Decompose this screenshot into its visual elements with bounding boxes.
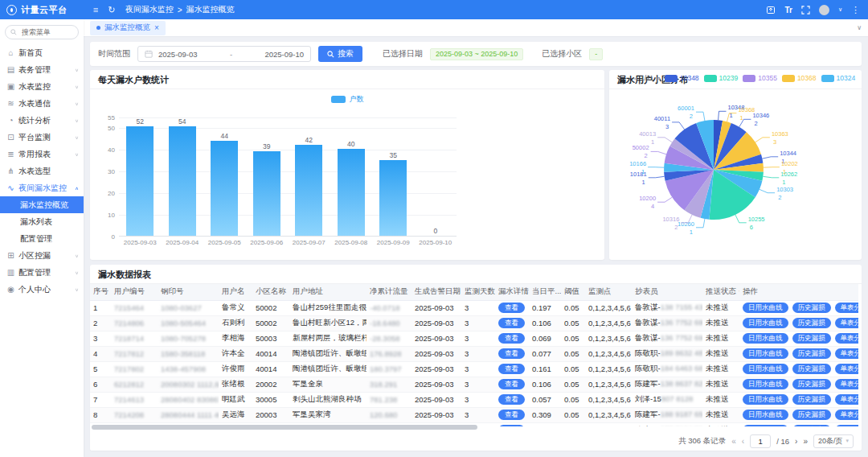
table-scroll-area[interactable]: 序号用户编号钢印号用户名小区名称用户地址净累计流量生成告警日期监测天数漏水详情当… <box>90 284 862 426</box>
view-detail-button[interactable]: 查看 <box>498 410 525 420</box>
daily-water-curve-button[interactable]: 日用水曲线 <box>743 364 788 374</box>
history-leak-button[interactable]: 历史漏损 <box>792 394 831 405</box>
history-leak-button[interactable]: 历史漏损 <box>792 410 831 420</box>
tab-close-icon[interactable]: × <box>154 24 159 32</box>
sidebar-item-统计分析[interactable]: ◔统计分析∨ <box>0 112 84 129</box>
sidebar-item-表务管理[interactable]: ▤表务管理∨ <box>0 61 84 78</box>
prev-page-button[interactable]: ‹ <box>742 437 744 446</box>
horizontal-scrollbar[interactable] <box>92 425 477 430</box>
single-meter-analysis-button[interactable]: 单表分析 <box>835 410 859 420</box>
first-page-button[interactable]: « <box>731 437 736 446</box>
view-detail-button[interactable]: 查看 <box>498 348 525 359</box>
menu-search-input[interactable] <box>20 27 68 37</box>
tab-leak-overview[interactable]: 漏水监控概览 × <box>90 21 166 35</box>
bar-2025-09-04[interactable] <box>169 126 196 236</box>
single-meter-analysis-button[interactable]: 单表分析 <box>835 379 859 389</box>
bar-2025-09-09[interactable] <box>379 160 407 236</box>
view-detail-button[interactable]: 查看 <box>498 364 525 374</box>
refresh-icon[interactable]: ↻ <box>108 6 115 14</box>
bar-slot[interactable]: 39 <box>246 117 289 236</box>
history-leak-button[interactable]: 历史漏损 <box>792 364 831 374</box>
font-size-icon[interactable]: Tr <box>784 6 792 14</box>
bar-2025-09-06[interactable] <box>253 151 280 236</box>
bar-slot[interactable]: 0 <box>415 117 457 236</box>
daily-water-curve-button[interactable]: 日用水曲线 <box>743 394 788 405</box>
operations-cell: 日用水曲线历史漏损单表分析 <box>739 361 858 377</box>
history-leak-button[interactable]: 历史漏损 <box>792 425 831 426</box>
view-detail-button[interactable]: 查看 <box>498 425 525 426</box>
bar-slot[interactable]: 44 <box>203 117 246 236</box>
daily-water-curve-button[interactable]: 日用水曲线 <box>743 348 788 359</box>
sidebar-item-平台监测[interactable]: ⊡平台监测∨ <box>0 129 84 146</box>
history-leak-button[interactable]: 历史漏损 <box>792 318 831 328</box>
search-button[interactable]: 搜索 <box>318 46 362 62</box>
export-icon[interactable] <box>766 5 776 14</box>
bar-slot[interactable]: 35 <box>372 117 415 236</box>
sidebar-search[interactable] <box>5 25 79 39</box>
selected-date-tag[interactable]: 2025-09-03 ~ 2025-09-10 <box>430 48 523 60</box>
meter-reader: 刘泽-15807 8128 <box>632 392 702 407</box>
collapse-menu-icon[interactable]: ≡ <box>93 6 98 14</box>
sidebar-subitem-配置管理[interactable]: 配置管理 <box>0 230 84 247</box>
sidebar-item-水表通信[interactable]: ≋水表通信∨ <box>0 95 84 112</box>
single-meter-analysis-button[interactable]: 单表分析 <box>835 364 859 374</box>
bar-slot[interactable]: 52 <box>119 117 162 236</box>
fullscreen-icon[interactable] <box>801 6 810 14</box>
view-detail-button[interactable]: 查看 <box>498 379 525 389</box>
single-meter-analysis-button[interactable]: 单表分析 <box>835 425 859 426</box>
history-leak-button[interactable]: 历史漏损 <box>792 333 831 344</box>
breadcrumb-parent[interactable]: 夜间漏水监控 <box>125 4 174 15</box>
view-detail-button[interactable]: 查看 <box>498 318 525 328</box>
selected-community-tag[interactable]: - <box>589 48 603 60</box>
history-leak-button[interactable]: 历史漏损 <box>792 348 831 359</box>
sidebar-item-新首页[interactable]: ⌂新首页 <box>0 44 84 61</box>
sidebar-item-水表监控[interactable]: ▣水表监控∨ <box>0 78 84 95</box>
next-page-button[interactable]: › <box>795 437 797 446</box>
sidebar-subitem-漏水监控概览[interactable]: 漏水监控概览 <box>0 196 84 213</box>
sidebar-subitem-漏水列表[interactable]: 漏水列表 <box>0 213 84 230</box>
chevron-down-icon[interactable]: ∨ <box>838 6 842 13</box>
bar-2025-09-08[interactable] <box>338 149 365 236</box>
breadcrumb-current[interactable]: 漏水监控概览 <box>186 4 234 15</box>
sidebar-item-水表选型[interactable]: ⋔水表选型 <box>0 163 84 179</box>
history-leak-button[interactable]: 历史漏损 <box>792 303 831 313</box>
filter-icon[interactable]: ▼ <box>738 289 739 294</box>
bar-2025-09-05[interactable] <box>211 141 238 236</box>
bar-slot[interactable]: 42 <box>288 117 330 236</box>
daily-water-curve-button[interactable]: 日用水曲线 <box>743 303 788 313</box>
daily-water-curve-button[interactable]: 日用水曲线 <box>743 425 788 426</box>
user-avatar[interactable] <box>819 5 829 15</box>
view-detail-button[interactable]: 查看 <box>498 394 525 405</box>
single-meter-analysis-button[interactable]: 单表分析 <box>835 303 859 313</box>
last-page-button[interactable]: » <box>803 437 808 446</box>
bar-chart-legend[interactable]: 户数 <box>90 94 604 105</box>
view-detail-button[interactable]: 查看 <box>498 333 525 344</box>
sidebar-item-个人中心[interactable]: ◉个人中心∨ <box>0 281 84 298</box>
page-size-select[interactable]: 20条/页 ▾ <box>813 434 854 448</box>
single-meter-analysis-button[interactable]: 单表分析 <box>835 394 859 405</box>
bar-slot[interactable]: 40 <box>330 117 373 236</box>
sidebar-item-label: 表务管理 <box>18 64 51 76</box>
current-page-input[interactable]: 1 <box>750 434 771 448</box>
daily-water-curve-button[interactable]: 日用水曲线 <box>743 379 788 389</box>
daily-water-curve-button[interactable]: 日用水曲线 <box>743 318 788 328</box>
sidebar-item-夜间漏水监控[interactable]: ∿夜间漏水监控∧ <box>0 179 84 196</box>
single-meter-analysis-button[interactable]: 单表分析 <box>835 348 859 359</box>
sidebar-item-配置管理[interactable]: ▥配置管理∨ <box>0 264 84 281</box>
sidebar-item-小区控漏[interactable]: ⊞小区控漏∨ <box>0 247 84 264</box>
daily-water-curve-button[interactable]: 日用水曲线 <box>743 410 788 420</box>
daily-water-curve-button[interactable]: 日用水曲线 <box>743 333 788 344</box>
view-detail-button[interactable]: 查看 <box>498 303 525 313</box>
date-range-picker[interactable]: 2025-09-03 - 2025-09-10 <box>137 46 311 62</box>
bar-2025-09-03[interactable] <box>126 126 154 236</box>
history-leak-button[interactable]: 历史漏损 <box>792 379 831 389</box>
bar-slot[interactable]: 54 <box>162 117 204 236</box>
single-meter-analysis-button[interactable]: 单表分析 <box>835 318 859 328</box>
more-options-icon[interactable]: ⋮ <box>851 5 860 15</box>
sidebar-item-常用报表[interactable]: ≣常用报表∨ <box>0 146 84 163</box>
tabbar-collapse-icon[interactable]: ∨ <box>857 24 862 31</box>
pie-chart[interactable]: 1034811036811034621036331034411020211026… <box>609 80 862 241</box>
single-meter-analysis-button[interactable]: 单表分析 <box>835 333 859 344</box>
monitor-points: 0,1,2,3,4,5,6 <box>585 361 632 377</box>
bar-2025-09-07[interactable] <box>295 145 322 236</box>
